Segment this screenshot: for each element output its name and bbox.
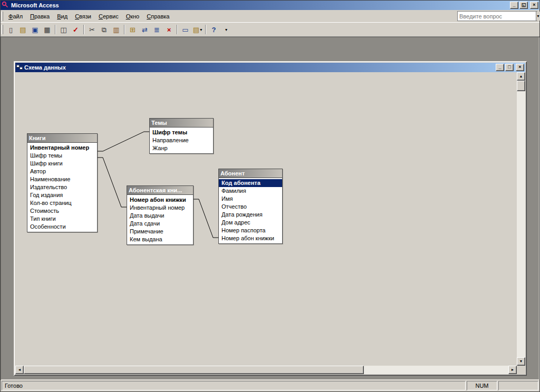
table-field-row[interactable]: Жанр — [150, 144, 213, 152]
table-header[interactable]: Абонент — [219, 169, 282, 178]
table-field-row[interactable]: Шифр темы — [27, 152, 97, 160]
cut-button[interactable]: ✂ — [86, 24, 98, 35]
table-field-row[interactable]: Дата сдачи — [127, 220, 193, 228]
table-field-row[interactable]: Год издания — [27, 191, 97, 199]
table-field-row[interactable]: Дата выдачи — [127, 212, 193, 220]
table-header[interactable]: Темы — [150, 119, 213, 128]
scroll-down-icon[interactable]: ▼ — [517, 357, 525, 366]
new-object-button[interactable]: ▤▾ — [191, 24, 204, 35]
spelling-check-icon: ✓ — [73, 26, 79, 33]
print-icon: ▦ — [44, 26, 50, 33]
table-field-row[interactable]: Номер паспорта — [219, 227, 282, 234]
table-field-row[interactable]: Дом адрес — [219, 219, 282, 227]
database-window-icon: ▭ — [182, 26, 188, 33]
status-message: Готово — [2, 381, 466, 390]
table-field-list: Инвентарный номер Шифр темы Шифр книги А… — [27, 143, 97, 232]
table-box-books[interactable]: Книги Инвентарный номер Шифр темы Шифр к… — [27, 133, 98, 232]
table-field-row[interactable]: Примечание — [127, 228, 193, 236]
chevron-down-icon[interactable]: ▼ — [536, 12, 540, 21]
schema-close-button[interactable]: × — [516, 64, 524, 71]
all-relationships-button[interactable]: ≣ — [151, 24, 163, 35]
ask-question-combo[interactable]: ▼ — [457, 11, 537, 21]
relationship-line-books-themes — [98, 132, 149, 151]
table-field-row[interactable]: Стоимость — [27, 207, 97, 215]
help-button[interactable]: ? — [208, 24, 220, 35]
table-field-row[interactable]: Автор — [27, 168, 97, 175]
relationships-titlebar[interactable]: Схема данных _ □ × — [15, 63, 525, 72]
table-field-row[interactable]: Инвентарный номер — [27, 144, 97, 152]
vertical-scroll-thumb[interactable] — [517, 81, 525, 91]
table-field-row[interactable]: Особенности — [27, 223, 97, 231]
ask-question-input[interactable] — [458, 12, 536, 21]
table-field-row[interactable]: Шифр темы — [150, 129, 213, 136]
menu-item-edit[interactable]: Правка — [26, 12, 53, 21]
menu-item-help[interactable]: Справка — [143, 12, 173, 21]
open-button[interactable]: ▤ — [17, 24, 29, 35]
help-question-icon: ? — [212, 26, 216, 33]
toolbar-separator — [177, 25, 178, 34]
horizontal-scrollbar[interactable]: ◄ ► — [15, 366, 517, 374]
horizontal-scroll-thumb[interactable] — [24, 366, 364, 374]
table-field-row[interactable]: Кол-во страниц — [27, 199, 97, 207]
direct-relationships-button[interactable]: ⇄ — [139, 24, 151, 35]
chevron-down-icon: ▾ — [225, 27, 227, 32]
table-field-row[interactable]: Дата рождения — [219, 211, 282, 219]
table-box-subscriber[interactable]: Абонент Код абонента Фамилия Имя Отчеств… — [218, 169, 283, 244]
print-preview-button[interactable]: ◫ — [57, 24, 70, 35]
print-button[interactable]: ▦ — [41, 24, 53, 35]
menu-item-file[interactable]: Файл — [5, 12, 26, 21]
access-app-icon — [2, 1, 9, 9]
toolbar-separator — [205, 25, 206, 34]
copy-button[interactable]: ⧉ — [98, 24, 110, 35]
relationship-toolbar: ▯ ▤ ▣ ▦ ◫ ✓ ✂ ⧉ ▥ ⊞ ⇄ ≣ × ▭ ▤▾ ? ▾ — [1, 23, 539, 37]
spelling-button[interactable]: ✓ — [70, 24, 82, 35]
table-field-row[interactable]: Наименование — [27, 175, 97, 183]
table-field-row[interactable]: Тип книги — [27, 215, 97, 223]
menu-item-relationships[interactable]: Связи — [71, 12, 95, 21]
database-window-button[interactable]: ▭ — [179, 24, 191, 35]
table-field-row[interactable]: Имя — [219, 195, 282, 203]
toolbar-grip[interactable] — [2, 25, 3, 34]
save-button[interactable]: ▣ — [29, 24, 41, 35]
vertical-scrollbar[interactable]: ▲ ▼ — [517, 72, 525, 366]
paste-clipboard-icon: ▥ — [113, 26, 119, 33]
table-field-list: Шифр темы Направление Жанр — [150, 128, 213, 153]
table-header[interactable]: Книги — [27, 134, 97, 143]
schema-maximize-button[interactable]: □ — [505, 64, 514, 71]
new-icon: ▯ — [9, 26, 13, 33]
toolbar-options-button[interactable]: ▾ — [220, 24, 232, 35]
menu-item-window[interactable]: Окно — [122, 12, 143, 21]
schema-minimize-button[interactable]: _ — [496, 64, 504, 71]
show-table-button[interactable]: ⊞ — [127, 24, 139, 35]
scroll-right-icon[interactable]: ► — [508, 366, 517, 374]
table-field-row[interactable]: Издательство — [27, 183, 97, 191]
table-field-row[interactable]: Фамилия — [219, 187, 282, 195]
menubar-grip[interactable] — [2, 12, 3, 21]
table-field-row-selected[interactable]: Код абонента — [219, 179, 282, 187]
table-field-list: Номер абон книжки Инвентарный номер Дата… — [127, 195, 193, 244]
relationships-canvas[interactable]: Книги Инвентарный номер Шифр темы Шифр к… — [15, 72, 517, 366]
paste-button[interactable]: ▥ — [110, 24, 122, 35]
scroll-left-icon[interactable]: ◄ — [15, 366, 24, 374]
table-field-row[interactable]: Направление — [150, 136, 213, 144]
menu-item-tools[interactable]: Сервис — [95, 12, 122, 21]
table-field-row[interactable]: Кем выдана — [127, 236, 193, 243]
new-button[interactable]: ▯ — [5, 24, 17, 35]
scroll-up-icon[interactable]: ▲ — [517, 72, 525, 81]
table-box-subscriber-card[interactable]: Абонентская кни... Номер абон книжки Инв… — [127, 185, 194, 245]
restore-button[interactable]: ◱ — [519, 2, 528, 9]
table-field-row[interactable]: Инвентарный номер — [127, 204, 193, 212]
table-box-themes[interactable]: Темы Шифр темы Направление Жанр — [149, 118, 214, 154]
table-field-row[interactable]: Номер абон книжки — [219, 234, 282, 242]
print-preview-icon: ◫ — [60, 26, 66, 33]
table-header[interactable]: Абонентская кни... — [127, 186, 193, 195]
table-field-row[interactable]: Номер абон книжки — [127, 196, 193, 204]
table-field-row[interactable]: Шифр книги — [27, 160, 97, 168]
app-title: Microsoft Access — [11, 2, 510, 8]
close-button[interactable]: × — [530, 2, 538, 9]
menu-item-view[interactable]: Вид — [53, 12, 71, 21]
minimize-button[interactable]: _ — [510, 2, 518, 9]
table-field-row[interactable]: Отчество — [219, 203, 282, 211]
relationships-client: Книги Инвентарный номер Шифр темы Шифр к… — [15, 72, 525, 374]
clear-layout-button[interactable]: × — [163, 24, 175, 35]
